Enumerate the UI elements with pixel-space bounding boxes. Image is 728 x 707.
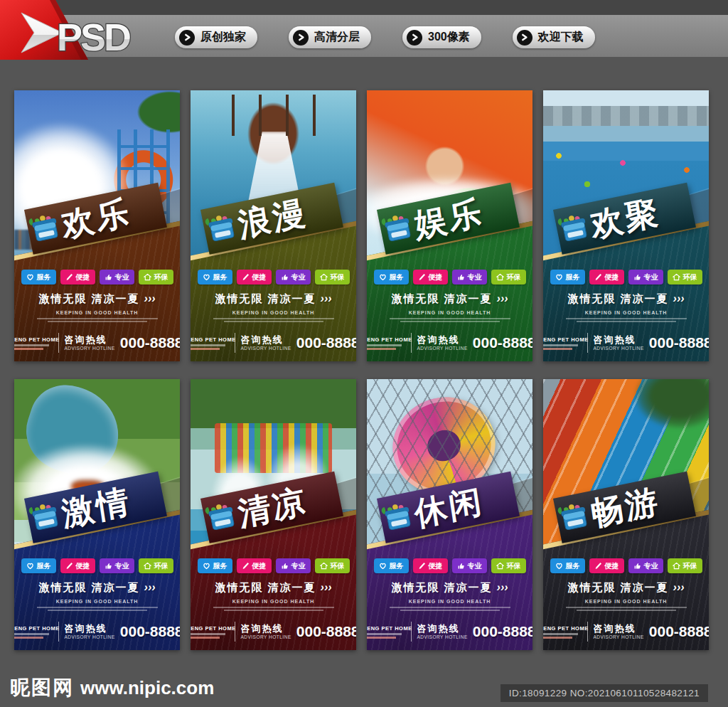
fineprint-bar bbox=[224, 321, 323, 322]
brand-name: MENG PET HOME bbox=[14, 625, 53, 632]
service-badge: 环保 bbox=[668, 558, 702, 573]
service-badge-label: 便捷 bbox=[605, 561, 619, 571]
fineprint-bar bbox=[191, 348, 220, 350]
service-badge: 服务 bbox=[550, 558, 585, 573]
service-badge: 服务 bbox=[21, 270, 56, 285]
fineprint-bar bbox=[367, 344, 402, 346]
poster-footer: MENG PET HOME 咨询热线 ADVISORY HOTLINE 000-… bbox=[549, 328, 703, 358]
suitcase-icon bbox=[202, 498, 240, 536]
poster-title: 欢聚 bbox=[589, 195, 662, 241]
suitcase-icon bbox=[26, 498, 64, 536]
service-badge-label: 便捷 bbox=[605, 272, 619, 282]
service-badges: 服务 便捷 专业 环保 bbox=[367, 558, 532, 573]
poster-card[interactable]: 清凉 服务 便捷 专业 环保 激情无限 清凉一夏››› KEEPING IN bbox=[191, 379, 356, 650]
feature-badge-label: 欢迎下载 bbox=[538, 30, 584, 45]
brand-name: MENG PET HOME bbox=[543, 625, 582, 632]
poster-card[interactable]: 欢乐 服务 便捷 专业 环保 激情无限 清凉一夏››› KEEPING IN bbox=[14, 90, 180, 361]
service-badge: 环保 bbox=[139, 558, 173, 573]
poster-card[interactable]: 浪漫 服务 便捷 专业 环保 激情无限 清凉一夏››› KEEPING IN bbox=[191, 90, 356, 361]
divider bbox=[587, 622, 588, 642]
hotline-sublabel: ADVISORY HOTLINE bbox=[64, 634, 114, 639]
hotline-sublabel: ADVISORY HOTLINE bbox=[593, 346, 643, 351]
divider bbox=[411, 333, 412, 353]
service-badge: 便捷 bbox=[413, 270, 448, 285]
tagline: 激情无限 清凉一夏››› bbox=[14, 292, 180, 306]
service-badges: 服务 便捷 专业 环保 bbox=[191, 558, 356, 573]
divider bbox=[58, 333, 59, 353]
heart-icon bbox=[555, 562, 563, 570]
service-badge: 专业 bbox=[452, 558, 487, 573]
poster-title: 浪漫 bbox=[236, 195, 309, 241]
hotline-phone: 000-8888888 bbox=[649, 623, 709, 640]
service-badge: 环保 bbox=[491, 558, 526, 573]
pen-icon bbox=[418, 273, 426, 281]
poster-card[interactable]: 激情 服务 便捷 专业 环保 激情无限 清凉一夏››› KEEPING IN bbox=[14, 379, 180, 650]
fineprint-bar bbox=[543, 348, 572, 350]
poster-card[interactable]: 畅游 服务 便捷 专业 环保 激情无限 清凉一夏››› KEEPING IN bbox=[543, 379, 709, 650]
site-name: 昵图网 bbox=[10, 674, 74, 701]
suitcase-icon bbox=[378, 209, 417, 248]
house-icon bbox=[673, 273, 680, 281]
heart-icon bbox=[379, 273, 387, 281]
service-badge-label: 专业 bbox=[468, 272, 482, 282]
poster-card[interactable]: 休闲 服务 便捷 专业 环保 激情无限 清凉一夏››› KEEPING IN bbox=[367, 379, 532, 650]
service-badge-label: 环保 bbox=[154, 272, 168, 282]
poster-card[interactable]: 娱乐 服务 便捷 专业 环保 激情无限 清凉一夏››› KEEPING IN bbox=[367, 90, 532, 361]
service-badge: 服务 bbox=[374, 270, 409, 285]
service-badge: 环保 bbox=[668, 270, 702, 285]
service-badge: 便捷 bbox=[589, 558, 624, 573]
fineprint-bar bbox=[577, 610, 676, 611]
thumbs-up-icon bbox=[457, 562, 465, 570]
fineprint-bar bbox=[566, 607, 687, 608]
pen-icon bbox=[242, 273, 250, 281]
keeping-line: KEEPING IN GOOD HEALTH bbox=[14, 599, 180, 604]
svg-text:PSD: PSD bbox=[57, 16, 130, 58]
hotline-phone: 000-8888888 bbox=[473, 623, 532, 640]
poster-footer: MENG PET HOME 咨询热线 ADVISORY HOTLINE 000-… bbox=[196, 328, 350, 358]
service-badge-label: 便捷 bbox=[429, 561, 443, 571]
poster-card[interactable]: 欢聚 服务 便捷 专业 环保 激情无限 清凉一夏››› KEEPING IN bbox=[543, 90, 709, 361]
service-badge: 便捷 bbox=[413, 558, 448, 573]
divider bbox=[58, 622, 59, 642]
service-badges: 服务 便捷 专业 环保 bbox=[14, 558, 180, 573]
fineprint-bar bbox=[191, 633, 225, 635]
service-badge: 环保 bbox=[139, 270, 173, 285]
brand-name: MENG PET HOME bbox=[367, 336, 406, 343]
house-icon bbox=[320, 562, 328, 570]
poster-footer: MENG PET HOME 咨询热线 ADVISORY HOTLINE 000-… bbox=[373, 328, 527, 358]
tagline: 激情无限 清凉一夏››› bbox=[543, 292, 709, 306]
fineprint-bar bbox=[367, 348, 396, 350]
pen-icon bbox=[65, 273, 73, 281]
brand-name: MENG PET HOME bbox=[14, 336, 53, 343]
hotline-phone: 000-8888888 bbox=[473, 334, 532, 351]
service-badge-label: 服务 bbox=[37, 561, 51, 571]
feature-badge: 高清分层 bbox=[289, 26, 371, 48]
suitcase-icon bbox=[555, 209, 593, 248]
fineprint-bar bbox=[213, 607, 334, 608]
service-badge: 便捷 bbox=[60, 270, 95, 285]
service-badge-label: 环保 bbox=[154, 561, 168, 571]
arrow-circle-icon bbox=[407, 30, 422, 46]
psd-logo: PSD bbox=[0, 0, 156, 63]
poster-title: 清凉 bbox=[236, 484, 309, 530]
arrows-glyph: ››› bbox=[321, 581, 332, 593]
tagline: 激情无限 清凉一夏››› bbox=[543, 581, 709, 595]
fineprint-bar bbox=[37, 318, 158, 319]
fineprint-bar bbox=[191, 637, 220, 639]
site-credit: 昵图网 www.nipic.com bbox=[10, 674, 214, 701]
hotline-sublabel: ADVISORY HOTLINE bbox=[593, 634, 643, 639]
service-badge-label: 便捷 bbox=[429, 272, 443, 282]
service-badge: 专业 bbox=[628, 558, 663, 573]
fineprint-bar bbox=[48, 610, 147, 611]
divider bbox=[587, 333, 588, 353]
brand-name: MENG PET HOME bbox=[191, 336, 230, 343]
service-badge: 服务 bbox=[550, 270, 585, 285]
service-badges: 服务 便捷 专业 环保 bbox=[14, 270, 180, 285]
fineprint-bar bbox=[37, 607, 158, 608]
poster-title: 娱乐 bbox=[412, 195, 486, 241]
thumbs-up-icon bbox=[633, 273, 641, 281]
tagline: 激情无限 清凉一夏››› bbox=[14, 581, 180, 595]
heart-icon bbox=[26, 562, 34, 570]
fineprint-bar bbox=[14, 637, 43, 639]
hotline-phone: 000-8888888 bbox=[296, 623, 356, 640]
